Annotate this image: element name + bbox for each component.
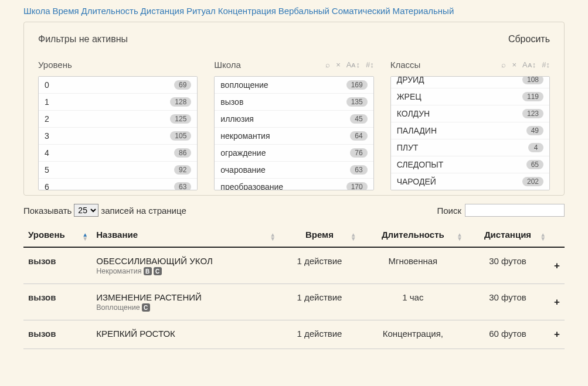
cell-level: вызов — [23, 247, 91, 284]
filter-option[interactable]: КОЛДУН123 — [391, 105, 549, 122]
cell-distance: 30 футов — [466, 284, 549, 320]
cell-distance: 60 футов — [466, 320, 549, 349]
count-badge: 45 — [350, 114, 367, 124]
count-badge: 105 — [170, 131, 191, 141]
filter-listbox-level[interactable]: 069112821253105486592663 — [38, 76, 198, 190]
count-badge: 125 — [170, 114, 191, 124]
col-time[interactable]: Время ▲▼ — [279, 230, 359, 247]
count-badge: 76 — [350, 148, 367, 158]
search-label: Поиск — [437, 206, 461, 216]
expand-row-button[interactable]: + — [554, 329, 560, 340]
filter-option[interactable]: преобразование170 — [215, 179, 373, 190]
count-badge: 69 — [174, 80, 191, 90]
filter-title: Классы — [390, 60, 421, 70]
filter-column-school: Школа⌕×Aᴀ↕#↕воплощение169вызов135иллюзия… — [214, 56, 373, 190]
count-badge: 135 — [346, 97, 368, 107]
col-duration[interactable]: Длительность ▲▼ — [360, 230, 466, 247]
component-badge: В — [144, 267, 152, 275]
clear-icon[interactable]: × — [336, 60, 341, 69]
cell-duration: 1 час — [360, 284, 466, 320]
count-badge: 202 — [522, 177, 543, 186]
filter-option[interactable]: ЧАРОДЕЙ202 — [391, 173, 549, 190]
col-level[interactable]: Уровень ▲▼ — [23, 230, 91, 247]
filter-option[interactable]: 2125 — [39, 111, 197, 128]
filter-option[interactable]: ЖРЕЦ119 — [391, 88, 549, 105]
expand-row-button[interactable]: + — [554, 260, 560, 271]
search-control: Поиск — [437, 204, 565, 217]
filter-option[interactable]: воплощение169 — [215, 77, 373, 94]
filter-option[interactable]: ПЛУТ4 — [391, 139, 549, 156]
count-badge: 63 — [174, 182, 191, 190]
table-row[interactable]: вызовИЗМЕНЕНИЕ РАСТЕНИЙВоплощениеС1 дейс… — [23, 284, 565, 320]
filter-column-level: Уровень069112821253105486592663 — [38, 56, 198, 190]
count-badge: 49 — [526, 126, 543, 135]
count-badge: 64 — [350, 131, 367, 141]
count-badge: 128 — [170, 97, 191, 107]
sort-num-icon[interactable]: #↕ — [542, 60, 550, 69]
cell-duration: Концентрация, — [360, 320, 466, 349]
filter-status: Фильтры не активны — [38, 34, 128, 45]
spells-table: Уровень ▲▼ Название ▲▼ Время ▲▼ Длительн… — [23, 230, 565, 349]
cell-level: вызов — [23, 284, 91, 320]
filter-option[interactable]: ПАЛАДИН49 — [391, 122, 549, 139]
cell-time: 1 действие — [279, 320, 359, 349]
clear-icon[interactable]: × — [512, 60, 516, 69]
cell-name: ИЗМЕНЕНИЕ РАСТЕНИЙВоплощениеС — [91, 284, 279, 320]
count-badge: 4 — [528, 143, 543, 152]
filter-listbox-school[interactable]: воплощение169вызов135иллюзия45некроманти… — [214, 76, 373, 190]
col-name[interactable]: Название ▲▼ — [91, 230, 279, 247]
column-toggle-link[interactable]: Дистанция — [141, 6, 184, 16]
cell-duration: Мгновенная — [360, 247, 466, 284]
count-badge: 108 — [522, 76, 543, 84]
expand-row-button[interactable]: + — [554, 296, 560, 308]
sort-alpha-icon[interactable]: Aᴀ↕ — [346, 60, 360, 69]
filter-option[interactable]: вызов135 — [215, 94, 373, 111]
column-toggle-link[interactable]: Время — [52, 6, 79, 16]
column-toggle-link[interactable]: Материальный — [392, 6, 454, 16]
page-length-control: Показывать 25 записей на странице — [23, 204, 186, 217]
filter-option[interactable]: очарование63 — [215, 162, 373, 179]
filter-listbox-classes[interactable]: ДРУИД108ЖРЕЦ119КОЛДУН123ПАЛАДИН49ПЛУТ4СЛ… — [390, 76, 550, 190]
column-toggle-link[interactable]: Концентрация — [218, 6, 276, 16]
filter-option[interactable]: ДРУИД108 — [391, 76, 549, 88]
table-row[interactable]: вызовОБЕССИЛИВАЮЩИЙ УКОЛНекромантияВС1 д… — [23, 247, 565, 284]
cell-time: 1 действие — [279, 247, 359, 284]
page-size-select[interactable]: 25 — [74, 204, 98, 217]
show-label: Показывать — [23, 206, 72, 216]
table-row[interactable]: вызовКРЕПКИЙ РОСТОК1 действиеКонцентраци… — [23, 320, 565, 349]
filter-option[interactable]: некромантия64 — [215, 128, 373, 145]
component-badge: С — [142, 303, 150, 312]
cell-time: 1 действие — [279, 284, 359, 320]
filter-title: Школа — [214, 60, 241, 70]
search-icon[interactable]: ⌕ — [501, 60, 506, 69]
filter-option[interactable]: 486 — [39, 145, 197, 162]
column-toggle-link[interactable]: Длительность — [81, 6, 138, 16]
search-input[interactable] — [465, 204, 565, 217]
sort-num-icon[interactable]: #↕ — [366, 60, 374, 69]
count-badge: 92 — [174, 165, 191, 175]
count-badge: 86 — [174, 148, 191, 158]
filter-option[interactable]: 663 — [39, 179, 197, 190]
filter-option[interactable]: СЛЕДОПЫТ65 — [391, 156, 549, 173]
cell-level: вызов — [23, 320, 91, 349]
count-badge: 119 — [522, 92, 543, 101]
filter-option[interactable]: 3105 — [39, 128, 197, 145]
filter-option[interactable]: 1128 — [39, 94, 197, 111]
count-badge: 63 — [350, 165, 367, 175]
column-toggle-link[interactable]: Соматический — [332, 6, 390, 16]
cell-name: КРЕПКИЙ РОСТОК — [91, 320, 279, 349]
search-icon[interactable]: ⌕ — [325, 60, 330, 69]
reset-filters-button[interactable]: Сбросить — [508, 34, 550, 45]
cell-name: ОБЕССИЛИВАЮЩИЙ УКОЛНекромантияВС — [91, 247, 279, 284]
column-toggle-link[interactable]: Школа — [23, 6, 50, 16]
filter-option[interactable]: иллюзия45 — [215, 111, 373, 128]
column-toggle-link[interactable]: Ритуал — [186, 6, 216, 16]
col-distance[interactable]: Диста­нция ▲▼ — [466, 230, 549, 247]
filter-option[interactable]: 592 — [39, 162, 197, 179]
sort-alpha-icon[interactable]: Aᴀ↕ — [522, 60, 536, 69]
count-badge: 170 — [346, 182, 368, 190]
filter-option[interactable]: ограждение76 — [215, 145, 373, 162]
filter-option[interactable]: 069 — [39, 77, 197, 94]
filter-title: Уровень — [38, 60, 72, 70]
column-toggle-link[interactable]: Вербальный — [278, 6, 329, 16]
